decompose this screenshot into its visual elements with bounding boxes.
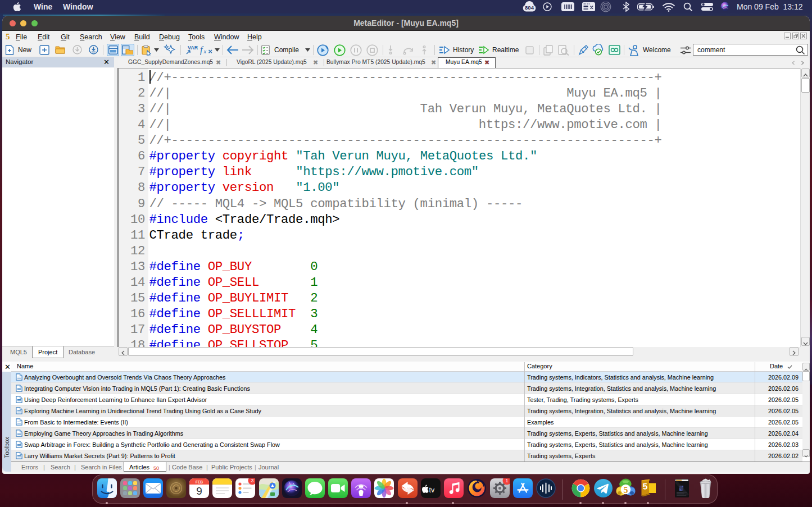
svg-text:FEB: FEB <box>196 480 203 484</box>
svg-text:VAR: VAR <box>188 45 198 51</box>
svg-text:5: 5 <box>642 481 647 491</box>
svg-text:x: x <box>203 48 207 54</box>
svg-text:3: 3 <box>251 478 254 483</box>
svg-text:804: 804 <box>525 4 534 11</box>
svg-text:tv: tv <box>429 486 434 494</box>
svg-text:1: 1 <box>506 478 509 483</box>
svg-text:5: 5 <box>623 485 628 495</box>
svg-text:9: 9 <box>196 485 202 497</box>
